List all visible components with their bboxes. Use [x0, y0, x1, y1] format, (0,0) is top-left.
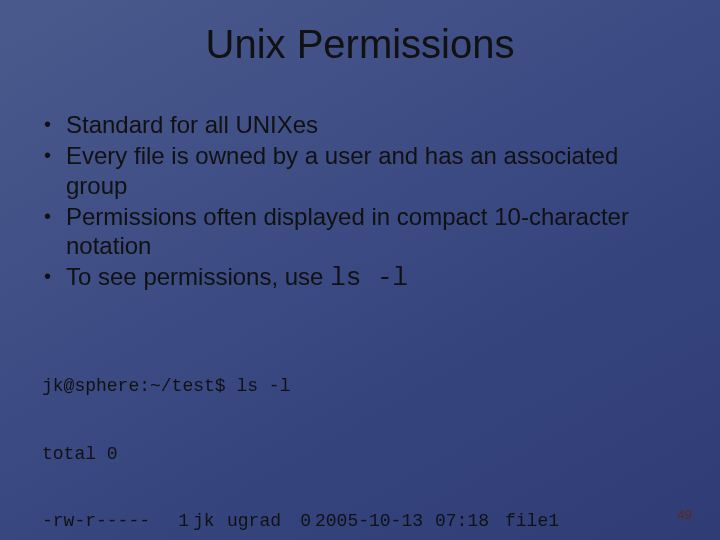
bullet-text: Standard for all UNIXes — [66, 111, 318, 138]
bullet-text: Every file is owned by a user and has an… — [66, 142, 618, 198]
date-col: 2005-10-13 — [315, 510, 435, 533]
bullet-list: Standard for all UNIXes Every file is ow… — [42, 110, 682, 295]
time-col: 07:18 — [435, 510, 505, 533]
terminal-command: ls -l — [236, 376, 290, 396]
perm-col: -rw-r----- — [42, 510, 167, 533]
terminal-row: -rw-r----- 1 jk ugrad 0 2005-10-13 07:18… — [42, 510, 682, 533]
terminal-total-line: total 0 — [42, 443, 682, 466]
bullet-item: To see permissions, use ls -l — [42, 262, 682, 295]
slide-title: Unix Permissions — [0, 22, 720, 67]
group-col: ugrad — [227, 510, 293, 533]
user-col: jk — [193, 510, 227, 533]
slide-body: Standard for all UNIXes Every file is ow… — [42, 110, 682, 297]
bullet-text: To see permissions, use — [66, 263, 330, 290]
terminal-command-line: jk@sphere:~/test$ ls -l — [42, 375, 682, 398]
links-col: 1 — [167, 510, 193, 533]
size-col: 0 — [293, 510, 315, 533]
inline-code: ls -l — [330, 263, 408, 293]
terminal-block: jk@sphere:~/test$ ls -l total 0 -rw-r---… — [42, 330, 682, 540]
terminal-prompt: jk@sphere:~/test$ — [42, 376, 236, 396]
bullet-item: Standard for all UNIXes — [42, 110, 682, 139]
page-number: 49 — [678, 507, 692, 522]
slide: Unix Permissions Standard for all UNIXes… — [0, 0, 720, 540]
name-col: file1 — [505, 510, 682, 533]
bullet-text: Permissions often displayed in compact 1… — [66, 203, 629, 259]
bullet-item: Every file is owned by a user and has an… — [42, 141, 682, 200]
bullet-item: Permissions often displayed in compact 1… — [42, 202, 682, 261]
